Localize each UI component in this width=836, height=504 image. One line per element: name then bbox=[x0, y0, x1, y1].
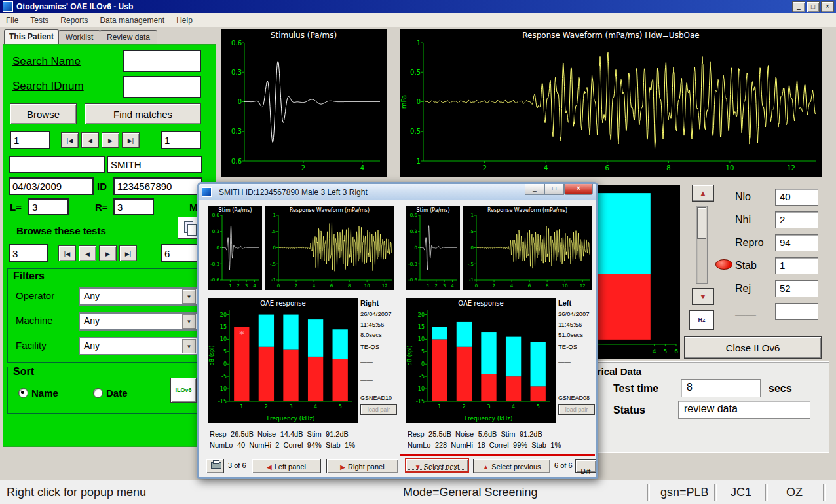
tab-this-patient[interactable]: This Patient bbox=[4, 29, 59, 45]
right-panel-button[interactable]: ▶Right panel bbox=[326, 459, 398, 473]
review-window-icon bbox=[202, 187, 212, 197]
record-total-input[interactable] bbox=[161, 131, 201, 149]
hz-icon: Hz bbox=[698, 317, 706, 323]
stimulus-chart: Stimulus (Pa/ms)0.60.30-0.3-0.624 bbox=[221, 29, 387, 177]
svg-text:15: 15 bbox=[220, 324, 227, 330]
window-title: Otodynamics' OAE ILOv6 - Usb bbox=[16, 2, 133, 11]
menu-tests[interactable]: Tests bbox=[24, 14, 54, 26]
maximize-button[interactable]: □ bbox=[807, 1, 820, 12]
svg-text:2: 2 bbox=[295, 283, 297, 289]
search-idnum-input[interactable] bbox=[123, 76, 201, 98]
close-ilov6-button[interactable]: Close ILOv6 bbox=[684, 336, 822, 359]
ilov6-logo-button[interactable]: ILOv6 bbox=[170, 378, 197, 403]
test-last-button[interactable]: ▶| bbox=[119, 245, 137, 261]
close-button[interactable]: × bbox=[821, 1, 834, 12]
scroll-down-button[interactable]: ▼ bbox=[692, 288, 714, 305]
test-next-button[interactable]: ▶ bbox=[99, 245, 117, 261]
left-ear-info: Left 26/04/2007 11:45:56 51.0secs TE-QS … bbox=[558, 299, 598, 417]
test-total-input[interactable] bbox=[161, 244, 201, 262]
menu-help[interactable]: Help bbox=[170, 14, 199, 26]
status-label: Status bbox=[613, 405, 645, 416]
sort-date-radio[interactable] bbox=[93, 388, 103, 398]
svg-text:-5: -5 bbox=[419, 374, 425, 380]
svg-text:12: 12 bbox=[580, 283, 586, 289]
search-name-input[interactable] bbox=[123, 50, 201, 72]
svg-text:4: 4 bbox=[451, 283, 454, 289]
svg-text:-10: -10 bbox=[218, 386, 227, 392]
statusbar-oz: OZ bbox=[786, 486, 803, 499]
svg-text:4: 4 bbox=[360, 164, 364, 171]
review-maximize-button[interactable]: □ bbox=[544, 184, 564, 195]
svg-text:6: 6 bbox=[330, 283, 333, 289]
app-icon bbox=[3, 1, 13, 12]
rej-value: 52 bbox=[775, 280, 818, 297]
test-prev-button[interactable]: ◀ bbox=[79, 245, 96, 261]
review-title-bar[interactable]: SMITH ID:1234567890 Male 3 Left 3 Right … bbox=[199, 184, 596, 200]
load-pair-button[interactable]: load pair bbox=[360, 404, 397, 415]
svg-text:6: 6 bbox=[528, 283, 531, 289]
browse-button[interactable]: Browse bbox=[10, 103, 77, 124]
minimize-button[interactable]: _ bbox=[792, 1, 805, 12]
svg-text:20: 20 bbox=[418, 312, 425, 318]
dob-input[interactable] bbox=[9, 177, 94, 195]
record-next-button[interactable]: ▶ bbox=[102, 132, 119, 148]
tab-worklist[interactable]: Worklist bbox=[58, 30, 100, 45]
chevron-down-icon[interactable]: ▼ bbox=[182, 289, 196, 304]
svg-text:dB (spl): dB (spl) bbox=[209, 346, 215, 366]
svg-text:15: 15 bbox=[418, 324, 425, 330]
record-last-button[interactable]: ▶| bbox=[122, 132, 140, 148]
svg-text:3: 3 bbox=[245, 283, 248, 289]
svg-text:Stim (Pa/ms): Stim (Pa/ms) bbox=[416, 207, 449, 213]
svg-text:10: 10 bbox=[562, 283, 568, 289]
response-waveform-chart: Response Waveform (mPa/ms) Hdw=UsbOae10.… bbox=[400, 29, 822, 177]
slider-thumb[interactable] bbox=[697, 207, 706, 239]
id-input[interactable] bbox=[113, 177, 202, 195]
review-minimize-button[interactable]: _ bbox=[525, 184, 544, 195]
review-close-button[interactable]: × bbox=[564, 184, 593, 195]
first-test-icon: |◀ bbox=[64, 251, 70, 257]
record-first-button[interactable]: |◀ bbox=[61, 132, 79, 148]
firstname-input[interactable] bbox=[9, 156, 105, 173]
chevron-down-icon[interactable]: ▼ bbox=[182, 314, 196, 329]
menu-file[interactable]: File bbox=[0, 14, 24, 26]
svg-text:-.5: -.5 bbox=[270, 262, 276, 267]
facility-dropdown[interactable]: Any ▼ bbox=[79, 337, 198, 355]
menu-data-management[interactable]: Data management bbox=[94, 14, 170, 26]
statusbar-separator bbox=[647, 484, 650, 501]
left-count-input[interactable] bbox=[28, 198, 69, 215]
diff-button[interactable]: -Diff bbox=[575, 459, 596, 473]
machine-dropdown[interactable]: Any ▼ bbox=[79, 312, 198, 331]
load-pair-button[interactable]: load pair bbox=[558, 404, 595, 415]
select-next-button[interactable]: ▼Select next bbox=[405, 458, 469, 473]
test-code: GSNEAD10 bbox=[360, 395, 400, 401]
facility-label: Facility bbox=[16, 340, 47, 351]
machine-value: Any bbox=[84, 315, 100, 326]
frequency-analysis-button[interactable]: Hz bbox=[689, 310, 714, 330]
tab-review-data[interactable]: Review data bbox=[100, 30, 157, 45]
chevron-down-icon[interactable]: ▼ bbox=[182, 339, 196, 353]
test-first-button[interactable]: |◀ bbox=[58, 245, 76, 261]
svg-text:1: 1 bbox=[417, 39, 421, 46]
svg-text:4: 4 bbox=[653, 348, 656, 355]
svg-text:OAE response: OAE response bbox=[260, 300, 305, 307]
sort-name-radio[interactable] bbox=[18, 388, 28, 398]
test-current-input[interactable] bbox=[9, 244, 48, 262]
print-button[interactable] bbox=[206, 459, 224, 473]
right-count-input[interactable] bbox=[113, 198, 154, 215]
find-matches-button[interactable]: Find matches bbox=[85, 103, 201, 124]
dash: —— bbox=[360, 358, 400, 365]
record-current-input[interactable] bbox=[10, 131, 50, 149]
scroll-up-button[interactable]: ▲ bbox=[692, 185, 714, 202]
select-previous-button[interactable]: ▲Select previous bbox=[473, 459, 550, 473]
test-code: GSNEAD08 bbox=[558, 395, 598, 401]
minimize-icon: _ bbox=[797, 3, 801, 10]
ear-label: Left bbox=[558, 299, 598, 307]
svg-text:5: 5 bbox=[421, 349, 425, 355]
dash-label: —— bbox=[735, 309, 756, 321]
surname-input[interactable] bbox=[107, 156, 202, 173]
operator-dropdown[interactable]: Any ▼ bbox=[79, 287, 198, 306]
record-prev-button[interactable]: ◀ bbox=[81, 132, 99, 148]
menu-reports[interactable]: Reports bbox=[54, 14, 94, 26]
vertical-slider[interactable] bbox=[696, 206, 708, 284]
left-panel-button[interactable]: ◀Left panel bbox=[252, 459, 321, 473]
